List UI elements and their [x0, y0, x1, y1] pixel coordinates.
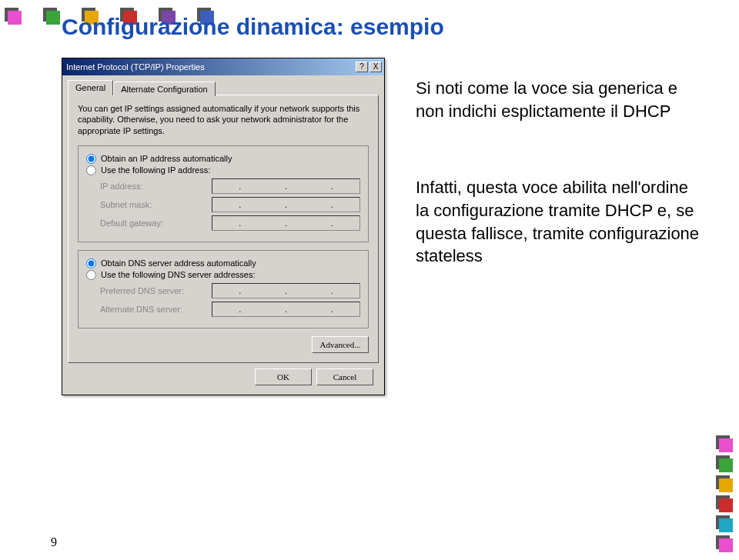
radio-use-dns-label: Use the following DNS server addresses: [101, 270, 256, 279]
field-preferred-dns: Preferred DNS server: ... [100, 283, 360, 298]
intro-text: You can get IP settings assigned automat… [78, 103, 369, 136]
decorative-squares-bottom [716, 435, 733, 552]
input-preferred-dns: ... [212, 283, 360, 298]
radio-obtain-ip-input[interactable] [86, 154, 96, 164]
dialog-titlebar: Internet Protocol (TCP/IP) Properties ? … [62, 58, 384, 75]
radio-obtain-dns-input[interactable] [86, 258, 96, 268]
input-default-gateway: ... [212, 215, 360, 231]
advanced-button[interactable]: Advanced... [312, 336, 369, 353]
dns-settings-group: Obtain DNS server address automatically … [78, 250, 369, 328]
tab-panel-general: You can get IP settings assigned automat… [68, 95, 379, 363]
input-subnet-mask: ... [212, 197, 360, 212]
tab-general[interactable]: General [68, 80, 113, 95]
label-preferred-dns: Preferred DNS server: [100, 286, 212, 295]
tcp-ip-properties-dialog: Internet Protocol (TCP/IP) Properties ? … [62, 58, 385, 395]
label-ip-address: IP address: [100, 182, 212, 191]
radio-obtain-dns[interactable]: Obtain DNS server address automatically [86, 258, 360, 268]
field-ip-address: IP address: ... [100, 178, 360, 194]
page-number: 9 [51, 535, 57, 549]
annotation-2: Infatti, questa voce abilita nell'ordine… [416, 176, 701, 268]
ip-settings-group: Obtain an IP address automatically Use t… [78, 145, 369, 242]
radio-use-ip-input[interactable] [86, 165, 96, 175]
field-default-gateway: Default gateway: ... [100, 215, 360, 231]
radio-use-dns[interactable]: Use the following DNS server addresses: [86, 270, 360, 280]
label-subnet-mask: Subnet mask: [100, 200, 212, 209]
label-alternate-dns: Alternate DNS server: [100, 305, 212, 314]
field-alternate-dns: Alternate DNS server: ... [100, 302, 360, 317]
dialog-buttons: OK Cancel [62, 368, 384, 395]
radio-obtain-dns-label: Obtain DNS server address automatically [101, 258, 256, 268]
radio-obtain-ip[interactable]: Obtain an IP address automatically [86, 154, 360, 164]
annotation-1: Si noti come la voce sia generica e non … [416, 77, 701, 122]
input-alternate-dns: ... [212, 302, 360, 317]
radio-use-dns-input[interactable] [86, 270, 96, 280]
ok-button[interactable]: OK [255, 368, 312, 385]
tab-bar: General Alternate Configuration [62, 75, 384, 95]
radio-obtain-ip-label: Obtain an IP address automatically [101, 154, 232, 163]
slide-annotations: Si noti come la voce sia generica e non … [416, 77, 701, 322]
tab-alternate-configuration[interactable]: Alternate Configuration [113, 82, 216, 96]
label-default-gateway: Default gateway: [100, 218, 212, 228]
field-subnet-mask: Subnet mask: ... [100, 197, 360, 212]
input-ip-address: ... [212, 178, 360, 194]
radio-use-ip-label: Use the following IP address: [101, 165, 210, 175]
page-title: Configurazione dinamica: esempio [62, 14, 444, 40]
radio-use-ip[interactable]: Use the following IP address: [86, 165, 360, 175]
cancel-button[interactable]: Cancel [316, 368, 373, 385]
close-button[interactable]: X [370, 62, 382, 72]
dialog-title: Internet Protocol (TCP/IP) Properties [66, 62, 205, 72]
help-button[interactable]: ? [356, 62, 368, 72]
